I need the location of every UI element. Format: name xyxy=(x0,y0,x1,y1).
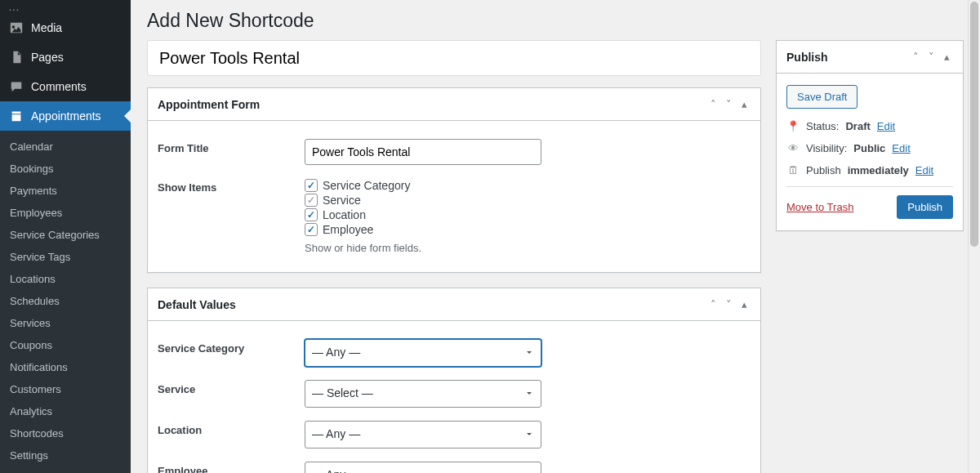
checkbox-label: Service xyxy=(323,194,361,207)
show-items-hint: Show or hide form fields. xyxy=(305,242,541,254)
toggle-panel-icon[interactable]: ▴ xyxy=(941,49,953,65)
save-draft-button[interactable]: Save Draft xyxy=(786,85,858,109)
checkbox-label: Service Category xyxy=(323,179,410,192)
move-to-trash-link[interactable]: Move to Trash xyxy=(786,201,853,213)
truncated-menu-item: … xyxy=(0,0,131,13)
appointments-submenu: Calendar Bookings Payments Employees Ser… xyxy=(0,131,131,473)
menu-item-comments[interactable]: Comments xyxy=(0,72,131,101)
form-title-input[interactable] xyxy=(305,139,541,165)
calendar-icon xyxy=(8,108,24,124)
move-down-icon[interactable]: ˅ xyxy=(723,297,735,312)
menu-label: Appointments xyxy=(31,109,101,123)
menu-label: Comments xyxy=(31,80,87,93)
vertical-scrollbar[interactable] xyxy=(968,0,980,473)
publish-label: Publish xyxy=(806,164,841,176)
box-heading: Default Values xyxy=(158,298,236,311)
menu-label: Pages xyxy=(31,51,64,64)
submenu-employees[interactable]: Employees xyxy=(0,202,131,224)
checkbox-label: Location xyxy=(323,208,366,221)
appointment-form-box: Appointment Form ˄ ˅ ▴ Form Title xyxy=(147,87,761,273)
toggle-panel-icon[interactable]: ▴ xyxy=(738,96,751,112)
menu-label: Media xyxy=(31,21,62,34)
submenu-notifications[interactable]: Notifications xyxy=(0,356,131,378)
menu-item-pages[interactable]: Pages xyxy=(0,42,131,72)
move-up-icon[interactable]: ˄ xyxy=(707,96,719,112)
media-icon xyxy=(8,20,24,36)
visibility-icon: 👁 xyxy=(786,142,800,154)
submenu-bookings[interactable]: Bookings xyxy=(0,158,131,180)
admin-sidebar: … Media Pages Comments Appointments Cale… xyxy=(0,0,131,473)
shortcode-title-input[interactable] xyxy=(147,40,761,76)
dv-location-label: Location xyxy=(158,421,305,436)
page-title: Add New Shortcode xyxy=(147,0,964,40)
move-up-icon[interactable]: ˄ xyxy=(707,297,719,312)
submenu-coupons[interactable]: Coupons xyxy=(0,334,131,356)
toggle-panel-icon[interactable]: ▴ xyxy=(738,297,751,312)
dv-employee-select[interactable]: — Any — xyxy=(305,462,541,473)
edit-publish-date-link[interactable]: Edit xyxy=(915,164,933,176)
checkbox-employee[interactable] xyxy=(305,223,318,236)
move-up-icon[interactable]: ˄ xyxy=(910,49,922,65)
submenu-payments[interactable]: Payments xyxy=(0,180,131,202)
checkbox-service[interactable] xyxy=(305,194,318,207)
submenu-help[interactable]: Help xyxy=(0,466,131,473)
visibility-value: Public xyxy=(853,142,885,154)
submenu-shortcodes[interactable]: Shortcodes xyxy=(0,422,131,444)
show-items-label: Show Items xyxy=(158,178,305,194)
submenu-calendar[interactable]: Calendar xyxy=(0,136,131,158)
submenu-customers[interactable]: Customers xyxy=(0,378,131,400)
status-label: Status: xyxy=(806,120,839,132)
checkbox-location[interactable] xyxy=(305,208,318,221)
comments-icon xyxy=(8,78,24,95)
box-heading: Publish xyxy=(786,51,828,64)
form-title-label: Form Title xyxy=(158,139,305,154)
menu-item-media[interactable]: Media xyxy=(0,13,131,42)
main-content: Add New Shortcode Appointment Form ˄ ˅ ▴ xyxy=(131,0,980,473)
scrollbar-thumb[interactable] xyxy=(970,2,978,247)
menu-item-appointments[interactable]: Appointments xyxy=(0,101,131,131)
submenu-services[interactable]: Services xyxy=(0,312,131,334)
dv-employee-label: Employee xyxy=(158,462,305,473)
edit-visibility-link[interactable]: Edit xyxy=(892,142,910,154)
publish-value: immediately xyxy=(848,164,909,176)
visibility-label: Visibility: xyxy=(806,142,847,154)
submenu-schedules[interactable]: Schedules xyxy=(0,290,131,312)
default-values-box: Default Values ˄ ˅ ▴ Service Category xyxy=(147,288,761,473)
checkbox-service-category[interactable] xyxy=(305,179,318,192)
move-down-icon[interactable]: ˅ xyxy=(925,49,938,65)
box-heading: Appointment Form xyxy=(158,98,260,111)
pin-icon: 📍 xyxy=(786,120,800,132)
dv-service-category-label: Service Category xyxy=(158,339,305,355)
dv-service-select[interactable]: — Select — xyxy=(305,380,541,408)
pages-icon xyxy=(8,49,24,65)
submenu-settings[interactable]: Settings xyxy=(0,444,131,466)
publish-button[interactable]: Publish xyxy=(897,195,953,219)
submenu-locations[interactable]: Locations xyxy=(0,268,131,290)
publish-box: Publish ˄ ˅ ▴ Save Draft 📍 Status: xyxy=(776,40,964,231)
submenu-service-categories[interactable]: Service Categories xyxy=(0,224,131,246)
dv-service-label: Service xyxy=(158,380,305,395)
calendar-small-icon: 🗓 xyxy=(786,164,800,176)
dv-service-category-select[interactable]: — Any — xyxy=(305,339,541,367)
edit-status-link[interactable]: Edit xyxy=(877,120,895,132)
submenu-analytics[interactable]: Analytics xyxy=(0,400,131,422)
checkbox-label: Employee xyxy=(323,223,373,236)
submenu-service-tags[interactable]: Service Tags xyxy=(0,246,131,268)
dv-location-select[interactable]: — Any — xyxy=(305,421,541,448)
status-value: Draft xyxy=(845,120,870,132)
move-down-icon[interactable]: ˅ xyxy=(723,96,735,112)
